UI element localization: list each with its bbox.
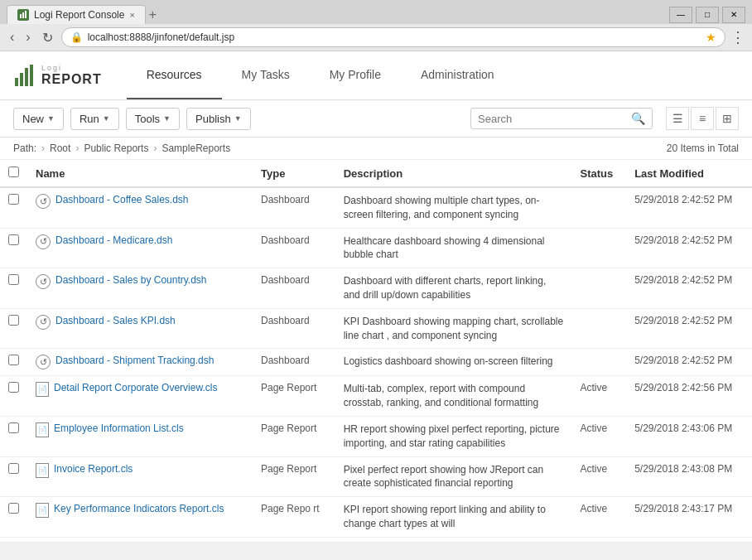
row-checkbox[interactable] [8, 234, 19, 245]
breadcrumb-root[interactable]: Root [50, 142, 70, 154]
file-modified: 5/29/2018 2:43:06 PM [626, 416, 752, 456]
reload-button[interactable]: ↻ [39, 28, 56, 47]
row-checkbox[interactable] [8, 463, 19, 474]
tools-button[interactable]: Tools ▼ [126, 108, 180, 130]
publish-arrow-icon: ▼ [234, 114, 242, 123]
breadcrumb: Path: › Root › Public Reports › SampleRe… [0, 138, 752, 160]
minimize-button[interactable]: — [669, 7, 692, 23]
toolbar: New ▼ Run ▼ Tools ▼ Publish ▼ 🔍 ☰ ≡ ⊞ [0, 100, 752, 138]
svg-rect-0 [20, 14, 22, 18]
file-modified: 5/29/2018 2:42:56 PM [626, 376, 752, 417]
file-modified: 5/29/2018 2:42:52 PM [626, 268, 752, 309]
file-name-link[interactable]: Detail Report Corporate Overview.cls [54, 382, 217, 393]
item-count: 20 Items in Total [667, 142, 739, 154]
select-all-checkbox[interactable] [8, 167, 19, 177]
page-report-icon: 📄 [36, 422, 49, 437]
tab-my-profile[interactable]: My Profile [310, 51, 401, 99]
grid-view-button[interactable]: ⊞ [716, 107, 739, 130]
dashboard-icon [36, 315, 51, 330]
row-checkbox[interactable] [8, 315, 19, 326]
maximize-button[interactable]: □ [696, 7, 719, 23]
file-name-link[interactable]: Employee Information List.cls [54, 422, 184, 434]
file-description: Multi-tab, complex, report with compound… [335, 376, 572, 417]
page-report-icon: 📄 [36, 382, 49, 397]
file-status: Active [572, 497, 627, 538]
file-name-link[interactable]: Dashboard - Sales KPI.dsh [55, 315, 176, 326]
page-report-icon: 📄 [36, 503, 49, 518]
file-type: Page Report [253, 456, 335, 497]
new-tab-button[interactable]: + [149, 7, 157, 22]
forward-button[interactable]: › [22, 28, 33, 46]
url-bar[interactable]: 🔒 localhost:8888/jinfonet/default.jsp ★ [61, 27, 725, 47]
file-name-link[interactable]: Dashboard - Sales by Country.dsh [55, 274, 207, 286]
search-input[interactable] [478, 113, 626, 125]
row-checkbox[interactable] [8, 503, 19, 514]
close-window-button[interactable]: ✕ [722, 7, 745, 23]
file-modified: 5/29/2018 2:42:52 PM [626, 187, 752, 228]
file-table-container: Name Type Description Status Last Modifi… [0, 160, 752, 542]
file-name-link[interactable]: Dashboard - Medicare.dsh [55, 234, 172, 246]
publish-button[interactable]: Publish ▼ [186, 108, 251, 130]
tab-close-button[interactable]: × [129, 10, 134, 20]
file-description: KPI Dashboard showing mapping chart, scr… [335, 308, 572, 349]
file-description: Dashboard showing multiple chart types, … [335, 187, 572, 228]
bookmark-icon[interactable]: ★ [706, 31, 716, 44]
detail-view-button[interactable]: ≡ [691, 107, 714, 130]
file-modified: 5/29/2018 2:42:52 PM [626, 349, 752, 376]
browser-menu-button[interactable]: ⋮ [730, 30, 745, 45]
new-arrow-icon: ▼ [47, 114, 55, 123]
file-modified: 5/29/2018 2:42:52 PM [626, 308, 752, 349]
file-description: Logistics dashboard showing on-screen fi… [335, 349, 572, 376]
dashboard-icon [36, 274, 51, 289]
col-name: Name [27, 160, 253, 187]
file-name-link[interactable]: Dashboard - Shipment Tracking.dsh [55, 355, 214, 366]
svg-rect-6 [30, 65, 33, 86]
table-row: 📄 Detail Report Corporate Overview.cls P… [0, 376, 752, 417]
svg-rect-3 [15, 78, 18, 86]
tools-arrow-icon: ▼ [163, 114, 171, 123]
back-button[interactable]: ‹ [7, 28, 17, 46]
tab-administration[interactable]: Administration [401, 51, 514, 99]
browser-tab[interactable]: Logi Report Console × [7, 5, 146, 24]
file-name-link[interactable]: Key Performance Indicators Report.cls [54, 503, 224, 514]
file-status [572, 308, 627, 349]
view-toggle: ☰ ≡ ⊞ [666, 107, 739, 130]
path-label: Path: [13, 142, 36, 154]
row-checkbox[interactable] [8, 194, 19, 205]
tab-resources[interactable]: Resources [127, 51, 222, 99]
dashboard-icon [36, 194, 51, 209]
run-button[interactable]: Run ▼ [70, 108, 119, 130]
table-row: Dashboard - Shipment Tracking.dsh Dashbo… [0, 349, 752, 376]
breadcrumb-public-reports[interactable]: Public Reports [84, 142, 148, 154]
app-header: Logi REPORT Resources My Tasks My Profil… [0, 51, 752, 100]
tab-title: Logi Report Console [34, 9, 124, 21]
file-status: Active [572, 416, 627, 456]
file-type: Page Report [253, 416, 335, 456]
table-row: Dashboard - Coffee Sales.dsh Dashboard D… [0, 187, 752, 228]
file-name-link[interactable]: Invoice Report.cls [54, 463, 133, 475]
row-checkbox[interactable] [8, 274, 19, 285]
file-type: Dashboard [253, 308, 335, 349]
table-row: Dashboard - Sales KPI.dsh Dashboard KPI … [0, 308, 752, 349]
col-modified: Last Modified [626, 160, 752, 187]
file-table: Name Type Description Status Last Modifi… [0, 160, 752, 538]
file-type: Dashboard [253, 268, 335, 309]
main-nav: Resources My Tasks My Profile Administra… [127, 51, 514, 99]
file-description: KPI report showing report linking and ab… [335, 497, 572, 538]
file-type: Page Report [253, 376, 335, 417]
file-modified: 5/29/2018 2:43:08 PM [626, 456, 752, 497]
row-checkbox[interactable] [8, 355, 19, 365]
row-checkbox[interactable] [8, 382, 19, 393]
file-name-link[interactable]: Dashboard - Coffee Sales.dsh [55, 194, 189, 205]
row-checkbox[interactable] [8, 422, 19, 433]
file-status: Active [572, 376, 627, 417]
col-description: Description [335, 160, 572, 187]
table-row: 📄 Employee Information List.cls Page Rep… [0, 416, 752, 456]
breadcrumb-current: SampleReports [161, 142, 230, 154]
app-logo: Logi REPORT [13, 53, 102, 98]
list-view-button[interactable]: ☰ [666, 107, 689, 130]
table-row: 📄 Invoice Report.cls Page Report Pixel p… [0, 456, 752, 497]
tab-my-tasks[interactable]: My Tasks [222, 51, 310, 99]
url-text: localhost:8888/jinfonet/default.jsp [88, 31, 701, 43]
new-button[interactable]: New ▼ [13, 108, 64, 130]
